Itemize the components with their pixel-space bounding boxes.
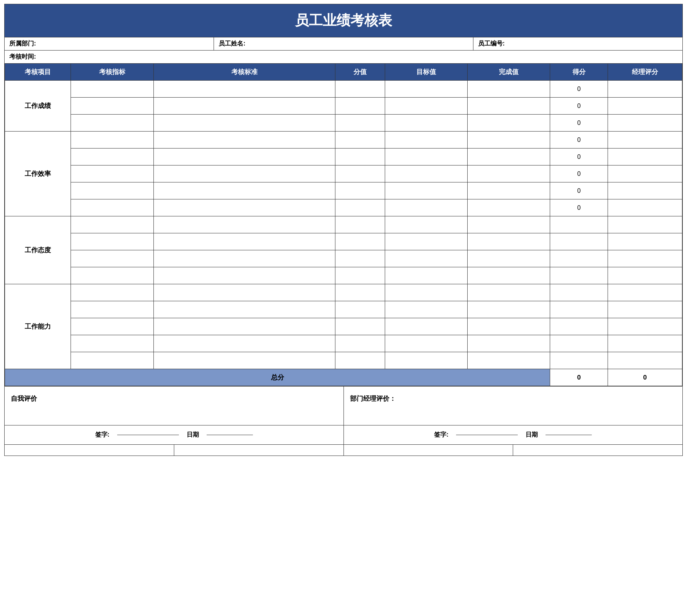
- defen-cell: 0: [550, 199, 608, 216]
- table-row: 0: [5, 98, 682, 115]
- table-row: 工作能力: [5, 284, 682, 301]
- defen-cell: [550, 301, 608, 318]
- target-cell: [385, 98, 467, 115]
- complete-cell: [467, 149, 550, 165]
- dept-eval-label: 部门经理评价：: [350, 395, 396, 402]
- manager-score-cell: [608, 267, 682, 284]
- defen-cell: [550, 284, 608, 301]
- table-row: 工作成绩 0: [5, 81, 682, 98]
- score-cell: [335, 216, 385, 233]
- indicator-cell: [71, 318, 153, 335]
- manager-score-cell: [608, 98, 682, 115]
- score-cell: [335, 165, 385, 182]
- indicator-cell: [71, 352, 153, 369]
- score-cell: [335, 233, 385, 250]
- complete-cell: [467, 98, 550, 115]
- dept-eval-section: 部门经理评价：: [344, 386, 683, 425]
- standard-cell: [153, 81, 335, 98]
- self-eval-section: 自我评价: [5, 386, 344, 425]
- extra-cell-4: [513, 445, 682, 456]
- total-row: 总分 0 0: [5, 369, 682, 386]
- score-cell: [335, 250, 385, 267]
- defen-cell: [550, 216, 608, 233]
- complete-cell: [467, 267, 550, 284]
- extra-cell-2: [174, 445, 344, 456]
- manager-score-cell: [608, 115, 682, 132]
- indicator-cell: [71, 165, 153, 182]
- indicator-cell: [71, 199, 153, 216]
- target-cell: [385, 165, 467, 182]
- indicator-cell: [71, 335, 153, 352]
- sign-line-right: [456, 435, 518, 435]
- manager-score-cell: [608, 250, 682, 267]
- defen-cell: 0: [550, 165, 608, 182]
- header-col4: 分值: [335, 64, 385, 81]
- header-col1: 考核项目: [5, 64, 71, 81]
- target-cell: [385, 284, 467, 301]
- manager-score-cell: [608, 165, 682, 182]
- standard-cell: [153, 132, 335, 149]
- score-cell: [335, 115, 385, 132]
- table-row: 0: [5, 199, 682, 216]
- manager-score-cell: [608, 352, 682, 369]
- indicator-cell: [71, 149, 153, 165]
- defen-cell: 0: [550, 149, 608, 165]
- indicator-cell: [71, 267, 153, 284]
- defen-cell: [550, 335, 608, 352]
- complete-cell: [467, 165, 550, 182]
- manager-score-cell: [608, 216, 682, 233]
- indicator-cell: [71, 81, 153, 98]
- indicator-cell: [71, 250, 153, 267]
- score-cell: [335, 267, 385, 284]
- table-row: [5, 301, 682, 318]
- defen-cell: 0: [550, 182, 608, 199]
- category-nengli: 工作能力: [5, 284, 71, 369]
- score-cell: [335, 301, 385, 318]
- indicator-cell: [71, 284, 153, 301]
- standard-cell: [153, 165, 335, 182]
- target-cell: [385, 250, 467, 267]
- sign-label-left: 签字:: [95, 431, 109, 439]
- standard-cell: [153, 216, 335, 233]
- manager-score-cell: [608, 149, 682, 165]
- manager-score-cell: [608, 335, 682, 352]
- total-manager-score: 0: [608, 369, 682, 386]
- target-cell: [385, 149, 467, 165]
- table-row: [5, 250, 682, 267]
- standard-cell: [153, 250, 335, 267]
- table-row: [5, 335, 682, 352]
- complete-cell: [467, 182, 550, 199]
- standard-cell: [153, 301, 335, 318]
- indicator-cell: [71, 182, 153, 199]
- manager-score-cell: [608, 233, 682, 250]
- date-line-left: [207, 435, 253, 435]
- standard-cell: [153, 267, 335, 284]
- header-col8: 经理评分: [608, 64, 682, 81]
- indicator-cell: [71, 115, 153, 132]
- total-score: 0: [550, 369, 608, 386]
- defen-cell: [550, 318, 608, 335]
- indicator-cell: [71, 216, 153, 233]
- extra-cell-1: [5, 445, 174, 456]
- manager-score-cell: [608, 81, 682, 98]
- complete-cell: [467, 81, 550, 98]
- complete-cell: [467, 115, 550, 132]
- score-cell: [335, 318, 385, 335]
- table-row: [5, 352, 682, 369]
- complete-cell: [467, 335, 550, 352]
- defen-cell: [550, 267, 608, 284]
- indicator-cell: [71, 132, 153, 149]
- target-cell: [385, 335, 467, 352]
- standard-cell: [153, 284, 335, 301]
- id-label: 员工编号:: [478, 40, 505, 48]
- complete-cell: [467, 318, 550, 335]
- defen-cell: 0: [550, 132, 608, 149]
- target-cell: [385, 81, 467, 98]
- defen-cell: 0: [550, 115, 608, 132]
- standard-cell: [153, 352, 335, 369]
- page-title: 员工业绩考核表: [5, 4, 682, 37]
- complete-cell: [467, 352, 550, 369]
- standard-cell: [153, 318, 335, 335]
- standard-cell: [153, 149, 335, 165]
- score-cell: [335, 132, 385, 149]
